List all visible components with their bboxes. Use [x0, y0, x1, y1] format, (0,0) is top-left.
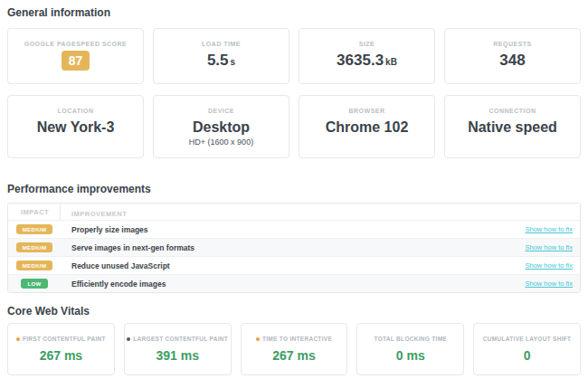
card-largest-contentful-paint: LARGEST CONTENTFUL PAINT 391 ms [124, 323, 232, 375]
browser-label: BROWSER [348, 108, 384, 114]
device-value: Desktop [193, 119, 250, 136]
card-pagespeed-score: GOOGLE PAGESPEED SCORE 87 [7, 28, 144, 84]
cls-value: 0 [524, 348, 531, 363]
tbt-value: 0 ms [396, 348, 425, 363]
impact-badge: MEDIUM [16, 224, 53, 234]
card-total-blocking-time: TOTAL BLOCKING TIME 0 ms [356, 323, 464, 375]
show-how-to-fix-link[interactable]: Show how to fix [525, 225, 580, 233]
load-time-label: LOAD TIME [202, 41, 241, 47]
location-value: New York-3 [37, 119, 115, 136]
improvements-table-header: IMPACT IMPROVEMENT [8, 204, 580, 220]
device-label: DEVICE [208, 108, 234, 114]
table-row: MEDIUM Serve images in next-gen formats … [8, 238, 580, 256]
general-information-title: General information [7, 7, 581, 19]
improvement-text: Properly size images [61, 225, 148, 234]
card-load-time: LOAD TIME 5.5s [153, 28, 289, 84]
core-web-vitals-title: Core Web Vitals [7, 306, 581, 317]
fcp-value: 267 ms [40, 348, 82, 363]
card-location: LOCATION New York-3 [7, 95, 144, 158]
lcp-label: LARGEST CONTENTFUL PAINT [133, 336, 228, 342]
vitals-cards: FIRST CONTENTFUL PAINT 267 ms LARGEST CO… [7, 323, 581, 375]
table-row: LOW Efficiently encode images Show how t… [8, 274, 580, 292]
show-how-to-fix-link[interactable]: Show how to fix [525, 261, 580, 270]
requests-label: REQUESTS [493, 41, 532, 47]
size-value: 3635.3kB [337, 52, 397, 70]
location-label: LOCATION [57, 108, 93, 114]
lcp-value: 391 ms [156, 348, 198, 363]
pagespeed-score-badge: 87 [62, 51, 90, 71]
show-how-to-fix-link[interactable]: Show how to fix [525, 280, 580, 288]
general-cards-row2: LOCATION New York-3 DEVICE Desktop HD+ (… [7, 95, 581, 158]
card-time-to-interactive: TIME TO INTERACTIVE 267 ms [241, 323, 348, 375]
load-time-value: 5.5s [207, 52, 235, 70]
connection-label: CONNECTION [488, 108, 536, 114]
requests-value: 348 [499, 52, 525, 70]
card-browser: BROWSER Chrome 102 [299, 95, 435, 158]
tbt-label: TOTAL BLOCKING TIME [375, 336, 447, 342]
card-requests: REQUESTS 348 [444, 28, 581, 84]
improvement-text: Efficiently encode images [61, 280, 166, 289]
card-device: DEVICE Desktop HD+ (1600 x 900) [153, 95, 289, 158]
tti-label: TIME TO INTERACTIVE [262, 336, 332, 342]
improvement-column-header: IMPROVEMENT [61, 204, 127, 220]
general-cards-row1: GOOGLE PAGESPEED SCORE 87 LOAD TIME 5.5s… [7, 28, 581, 84]
card-connection: CONNECTION Native speed [444, 95, 581, 158]
card-first-contentful-paint: FIRST CONTENTFUL PAINT 267 ms [7, 323, 115, 375]
tti-value: 267 ms [272, 348, 315, 363]
size-label: SIZE [359, 41, 375, 47]
impact-badge: MEDIUM [16, 261, 53, 270]
impact-badge: MEDIUM [16, 242, 53, 252]
metric-dot-icon [16, 337, 20, 341]
performance-improvements-title: Performance improvements [7, 184, 581, 195]
improvement-text: Reduce unused JavaScript [61, 261, 170, 270]
card-size: SIZE 3635.3kB [299, 28, 435, 84]
improvement-text: Serve images in next-gen formats [61, 243, 194, 252]
show-how-to-fix-link[interactable]: Show how to fix [525, 243, 580, 251]
metric-dot-icon [256, 337, 260, 341]
impact-column-header: IMPACT [8, 204, 61, 220]
load-time-unit: s [231, 57, 236, 67]
table-row: MEDIUM Reduce unused JavaScript Show how… [8, 256, 580, 274]
size-unit: kB [385, 57, 397, 67]
browser-value: Chrome 102 [326, 119, 409, 136]
fcp-label: FIRST CONTENTFUL PAINT [23, 336, 106, 342]
improvements-table: IMPACT IMPROVEMENT MEDIUM Properly size … [7, 203, 581, 293]
metric-dot-icon [127, 337, 130, 341]
card-cumulative-layout-shift: CUMULATIVE LAYOUT SHIFT 0 [473, 323, 581, 375]
impact-badge: LOW [21, 279, 47, 289]
table-row: MEDIUM Properly size images Show how to … [8, 220, 580, 238]
connection-value: Native speed [468, 119, 557, 136]
pagespeed-score-label: GOOGLE PAGESPEED SCORE [24, 41, 128, 47]
cls-label: CUMULATIVE LAYOUT SHIFT [483, 336, 572, 342]
device-resolution: HD+ (1600 x 900) [189, 137, 253, 147]
